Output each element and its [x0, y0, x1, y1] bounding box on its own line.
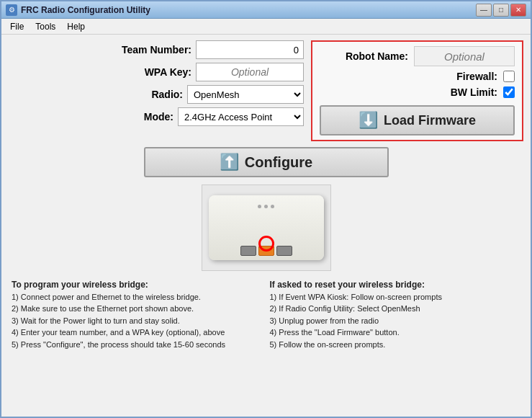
title-bar: ⚙ FRC Radio Configuration Utility — □ ✕ — [1, 1, 531, 19]
mode-row: Mode: 2.4GHz Access Point 5GHz Access Po… — [9, 107, 304, 126]
bottom-left-col: To program your wireless bridge: 1) Conn… — [12, 280, 263, 351]
mode-select[interactable]: 2.4GHz Access Point 5GHz Access Point Br… — [178, 107, 304, 126]
configure-button[interactable]: ⬆️ Configure — [144, 147, 389, 177]
main-content: Team Number: WPA Key: Radio: OpenMesh D-… — [1, 35, 531, 417]
menu-help[interactable]: Help — [61, 20, 91, 33]
router-dot-3 — [271, 205, 274, 208]
bottom-right-item-5: 5) Follow the on-screen prompts. — [270, 339, 521, 350]
robot-name-row: Robot Name: — [320, 46, 515, 66]
minimize-button[interactable]: — — [476, 4, 492, 17]
mode-label: Mode: — [144, 111, 173, 123]
bottom-left-item-4: 4) Enter your team number, and a WPA key… — [12, 327, 263, 338]
image-section — [9, 184, 523, 271]
port-1 — [240, 246, 256, 256]
radio-select[interactable]: OpenMesh D-Link Buffalo — [187, 85, 304, 104]
title-bar-left: ⚙ FRC Radio Configuration Utility — [6, 4, 150, 16]
bottom-right-col: If asked to reset your wireless bridge: … — [270, 280, 521, 351]
radio-label: Radio: — [151, 89, 183, 100]
router-body — [209, 195, 324, 260]
router-top — [209, 195, 324, 213]
right-panel: Robot Name: Firewall: BW Limit: ⬇️ Load … — [311, 40, 523, 141]
router-dot-1 — [258, 205, 261, 208]
team-number-label: Team Number: — [122, 44, 191, 55]
menu-file[interactable]: File — [4, 20, 30, 33]
main-window: ⚙ FRC Radio Configuration Utility — □ ✕ … — [0, 0, 532, 418]
load-firmware-button[interactable]: ⬇️ Load Firmware — [320, 105, 515, 135]
firmware-icon: ⬇️ — [359, 111, 378, 130]
firewall-label: Firewall: — [456, 71, 497, 82]
left-form: Team Number: WPA Key: Radio: OpenMesh D-… — [9, 40, 304, 126]
robot-name-input[interactable] — [414, 46, 515, 66]
team-number-row: Team Number: — [9, 40, 304, 59]
bottom-left-item-3: 3) Wait for the Power light to turn and … — [12, 316, 263, 326]
bottom-left-item-1: 1) Connect power and Ethernet to the wir… — [12, 292, 263, 303]
firewall-row: Firewall: — [320, 71, 515, 82]
team-number-input[interactable] — [196, 40, 304, 59]
configure-row: ⬆️ Configure — [9, 146, 523, 179]
bottom-left-item-2: 2) Make sure to use the Ethernet port sh… — [12, 303, 263, 314]
robot-name-label: Robot Name: — [346, 50, 408, 62]
configure-icon: ⬆️ — [220, 153, 239, 172]
router-dot-2 — [264, 205, 268, 208]
bw-limit-row: BW Limit: — [320, 86, 515, 98]
window-title: FRC Radio Configuration Utility — [21, 5, 150, 15]
maximize-button[interactable]: □ — [493, 4, 509, 17]
bottom-text: To program your wireless bridge: 1) Conn… — [9, 277, 523, 354]
menu-bar: File Tools Help — [1, 19, 531, 35]
bottom-left-item-5: 5) Press "Configure", the process should… — [12, 339, 263, 350]
device-image — [202, 184, 331, 271]
menu-tools[interactable]: Tools — [30, 20, 61, 33]
bottom-right-item-3: 3) Unplug power from the radio — [270, 316, 521, 326]
firewall-checkbox[interactable] — [503, 71, 515, 82]
close-button[interactable]: ✕ — [510, 4, 526, 17]
bottom-left-title: To program your wireless bridge: — [12, 280, 263, 290]
wpa-key-input[interactable] — [196, 63, 304, 81]
load-firmware-label: Load Firmware — [384, 113, 476, 128]
title-buttons: — □ ✕ — [476, 4, 526, 17]
bottom-right-title: If asked to reset your wireless bridge: — [270, 280, 521, 290]
circle-indicator — [258, 236, 274, 252]
bottom-right-item-4: 4) Press the "Load Firmware" button. — [270, 327, 521, 338]
wpa-key-label: WPA Key: — [145, 66, 191, 78]
radio-row: Radio: OpenMesh D-Link Buffalo — [9, 85, 304, 104]
wpa-key-row: WPA Key: — [9, 63, 304, 81]
top-section: Team Number: WPA Key: Radio: OpenMesh D-… — [9, 40, 523, 141]
bw-limit-label: BW Limit: — [451, 86, 497, 98]
bottom-right-item-1: 1) If Event WPA Kiosk: Follow on-screen … — [270, 292, 521, 303]
bottom-right-item-2: 2) If Radio Config Utility: Select OpenM… — [270, 303, 521, 314]
app-icon: ⚙ — [6, 4, 17, 16]
bw-limit-checkbox[interactable] — [503, 86, 515, 98]
port-2 — [276, 246, 292, 256]
configure-label: Configure — [245, 154, 312, 171]
